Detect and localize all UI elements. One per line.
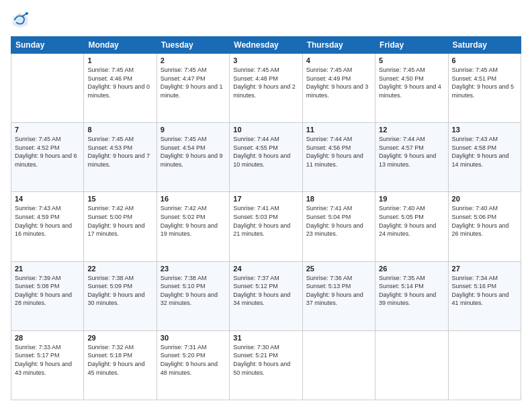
calendar-cell: 1Sunrise: 7:45 AMSunset: 4:46 PMDaylight…: [84, 54, 157, 123]
day-number: 10: [233, 126, 298, 134]
cell-content: Sunrise: 7:33 AMSunset: 5:17 PMDaylight:…: [15, 343, 80, 377]
cell-content: Sunrise: 7:45 AMSunset: 4:50 PMDaylight:…: [379, 66, 444, 99]
calendar-cell: [448, 330, 521, 400]
cell-content: Sunrise: 7:43 AMSunset: 4:58 PMDaylight:…: [452, 135, 517, 169]
col-header-wednesday: Wednesday: [230, 37, 302, 54]
day-number: 3: [233, 56, 298, 64]
calendar-cell: 4Sunrise: 7:45 AMSunset: 4:49 PMDaylight…: [302, 54, 375, 123]
day-number: 6: [452, 56, 517, 64]
day-number: 12: [379, 126, 444, 134]
calendar-cell: 21Sunrise: 7:39 AMSunset: 5:08 PMDayligh…: [11, 261, 84, 330]
calendar-cell: 17Sunrise: 7:41 AMSunset: 5:03 PMDayligh…: [230, 192, 302, 261]
day-number: 29: [87, 334, 152, 342]
day-number: 22: [87, 265, 152, 273]
cell-content: Sunrise: 7:42 AMSunset: 5:02 PMDaylight:…: [161, 204, 226, 238]
week-row: 7Sunrise: 7:45 AMSunset: 4:52 PMDaylight…: [11, 123, 521, 192]
page: SundayMondayTuesdayWednesdayThursdayFrid…: [0, 0, 532, 411]
calendar-cell: 11Sunrise: 7:44 AMSunset: 4:56 PMDayligh…: [302, 123, 375, 192]
header-row: SundayMondayTuesdayWednesdayThursdayFrid…: [11, 37, 521, 54]
calendar-cell: 6Sunrise: 7:45 AMSunset: 4:51 PMDaylight…: [448, 54, 521, 123]
cell-content: Sunrise: 7:36 AMSunset: 5:13 PMDaylight:…: [306, 274, 371, 308]
cell-content: Sunrise: 7:34 AMSunset: 5:16 PMDaylight:…: [452, 274, 517, 308]
cell-content: Sunrise: 7:41 AMSunset: 5:03 PMDaylight:…: [233, 204, 298, 238]
calendar-cell: 8Sunrise: 7:45 AMSunset: 4:53 PMDaylight…: [84, 123, 157, 192]
logo-icon: [11, 11, 30, 30]
cell-content: Sunrise: 7:45 AMSunset: 4:46 PMDaylight:…: [87, 66, 152, 99]
calendar-cell: 25Sunrise: 7:36 AMSunset: 5:13 PMDayligh…: [302, 261, 375, 330]
cell-content: Sunrise: 7:42 AMSunset: 5:00 PMDaylight:…: [87, 204, 152, 238]
calendar-cell: 5Sunrise: 7:45 AMSunset: 4:50 PMDaylight…: [375, 54, 448, 123]
cell-content: Sunrise: 7:35 AMSunset: 5:14 PMDaylight:…: [379, 274, 444, 308]
cell-content: Sunrise: 7:44 AMSunset: 4:55 PMDaylight:…: [233, 135, 298, 169]
header: [11, 11, 521, 30]
week-row: 21Sunrise: 7:39 AMSunset: 5:08 PMDayligh…: [11, 261, 521, 330]
calendar-cell: 28Sunrise: 7:33 AMSunset: 5:17 PMDayligh…: [11, 330, 84, 400]
svg-point-1: [26, 12, 28, 15]
cell-content: Sunrise: 7:31 AMSunset: 5:20 PMDaylight:…: [161, 343, 226, 377]
day-number: 31: [233, 334, 298, 342]
calendar-cell: 24Sunrise: 7:37 AMSunset: 5:12 PMDayligh…: [230, 261, 302, 330]
cell-content: Sunrise: 7:44 AMSunset: 4:56 PMDaylight:…: [306, 135, 371, 169]
cell-content: Sunrise: 7:45 AMSunset: 4:51 PMDaylight:…: [452, 66, 517, 99]
col-header-sunday: Sunday: [11, 37, 84, 54]
day-number: 28: [15, 334, 80, 342]
col-header-monday: Monday: [84, 37, 157, 54]
calendar-cell: 19Sunrise: 7:40 AMSunset: 5:05 PMDayligh…: [375, 192, 448, 261]
calendar-cell: 23Sunrise: 7:38 AMSunset: 5:10 PMDayligh…: [157, 261, 229, 330]
day-number: 16: [161, 195, 226, 203]
cell-content: Sunrise: 7:45 AMSunset: 4:48 PMDaylight:…: [233, 66, 298, 99]
calendar-cell: 16Sunrise: 7:42 AMSunset: 5:02 PMDayligh…: [157, 192, 229, 261]
cell-content: Sunrise: 7:45 AMSunset: 4:53 PMDaylight:…: [87, 135, 152, 169]
day-number: 20: [452, 195, 517, 203]
cell-content: Sunrise: 7:40 AMSunset: 5:05 PMDaylight:…: [379, 204, 444, 238]
calendar-cell: 10Sunrise: 7:44 AMSunset: 4:55 PMDayligh…: [230, 123, 302, 192]
cell-content: Sunrise: 7:45 AMSunset: 4:54 PMDaylight:…: [161, 135, 226, 169]
day-number: 5: [379, 56, 444, 64]
calendar-cell: [11, 54, 84, 123]
day-number: 18: [306, 195, 371, 203]
col-header-tuesday: Tuesday: [157, 37, 229, 54]
col-header-friday: Friday: [375, 37, 448, 54]
day-number: 9: [161, 126, 226, 134]
calendar-cell: 26Sunrise: 7:35 AMSunset: 5:14 PMDayligh…: [375, 261, 448, 330]
day-number: 26: [379, 265, 444, 273]
day-number: 11: [306, 126, 371, 134]
calendar-cell: 13Sunrise: 7:43 AMSunset: 4:58 PMDayligh…: [448, 123, 521, 192]
day-number: 30: [161, 334, 226, 342]
calendar-cell: 20Sunrise: 7:40 AMSunset: 5:06 PMDayligh…: [448, 192, 521, 261]
cell-content: Sunrise: 7:38 AMSunset: 5:09 PMDaylight:…: [87, 274, 152, 308]
calendar-cell: [302, 330, 375, 400]
calendar-cell: 22Sunrise: 7:38 AMSunset: 5:09 PMDayligh…: [84, 261, 157, 330]
calendar-cell: 2Sunrise: 7:45 AMSunset: 4:47 PMDaylight…: [157, 54, 229, 123]
cell-content: Sunrise: 7:39 AMSunset: 5:08 PMDaylight:…: [15, 274, 80, 308]
calendar-cell: 29Sunrise: 7:32 AMSunset: 5:18 PMDayligh…: [84, 330, 157, 400]
day-number: 2: [161, 56, 226, 64]
cell-content: Sunrise: 7:45 AMSunset: 4:47 PMDaylight:…: [161, 66, 226, 99]
calendar-cell: 30Sunrise: 7:31 AMSunset: 5:20 PMDayligh…: [157, 330, 229, 400]
week-row: 1Sunrise: 7:45 AMSunset: 4:46 PMDaylight…: [11, 54, 521, 123]
calendar-cell: [375, 330, 448, 400]
week-row: 28Sunrise: 7:33 AMSunset: 5:17 PMDayligh…: [11, 330, 521, 400]
week-row: 14Sunrise: 7:43 AMSunset: 4:59 PMDayligh…: [11, 192, 521, 261]
day-number: 7: [15, 126, 80, 134]
day-number: 27: [452, 265, 517, 273]
logo: [11, 11, 32, 30]
day-number: 13: [452, 126, 517, 134]
day-number: 17: [233, 195, 298, 203]
day-number: 23: [161, 265, 226, 273]
cell-content: Sunrise: 7:32 AMSunset: 5:18 PMDaylight:…: [87, 343, 152, 377]
day-number: 4: [306, 56, 371, 64]
day-number: 24: [233, 265, 298, 273]
day-number: 19: [379, 195, 444, 203]
calendar-cell: 14Sunrise: 7:43 AMSunset: 4:59 PMDayligh…: [11, 192, 84, 261]
calendar-cell: 9Sunrise: 7:45 AMSunset: 4:54 PMDaylight…: [157, 123, 229, 192]
day-number: 1: [87, 56, 152, 64]
cell-content: Sunrise: 7:43 AMSunset: 4:59 PMDaylight:…: [15, 204, 80, 238]
calendar-cell: 27Sunrise: 7:34 AMSunset: 5:16 PMDayligh…: [448, 261, 521, 330]
calendar-cell: 15Sunrise: 7:42 AMSunset: 5:00 PMDayligh…: [84, 192, 157, 261]
cell-content: Sunrise: 7:37 AMSunset: 5:12 PMDaylight:…: [233, 274, 298, 308]
day-number: 14: [15, 195, 80, 203]
cell-content: Sunrise: 7:40 AMSunset: 5:06 PMDaylight:…: [452, 204, 517, 238]
calendar-cell: 12Sunrise: 7:44 AMSunset: 4:57 PMDayligh…: [375, 123, 448, 192]
cell-content: Sunrise: 7:44 AMSunset: 4:57 PMDaylight:…: [379, 135, 444, 169]
